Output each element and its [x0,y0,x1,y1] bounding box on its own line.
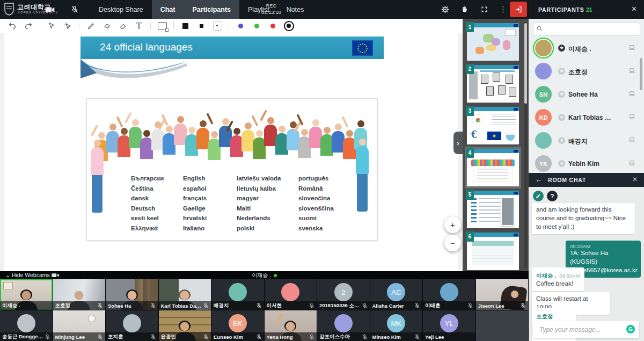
language-item: lietuvių kalba [237,184,281,194]
webcam-tile[interactable]: 윤종민 [159,310,211,341]
slide-thumbnail-6[interactable]: 6 [467,233,519,270]
participant-row[interactable]: YK ★ Yebin Kim [529,152,644,173]
language-item: Italiano [183,223,207,234]
panel-collapse-arrow[interactable]: › [453,132,463,154]
korea-university-logo-icon [4,3,14,16]
chat-close-icon[interactable]: ✕ [632,176,638,183]
whiteboard-canvas[interactable]: 24 official languages БългарскиČeštinada… [0,33,463,271]
settings-gear-icon[interactable] [438,0,452,19]
eraser-icon[interactable] [116,20,130,32]
color-black-selected[interactable] [282,20,296,32]
message-text: Coffee break! [536,280,580,288]
laptop-icon [628,91,635,97]
pen-icon[interactable] [84,20,98,32]
language-item: Nederlands [237,213,281,223]
webcam-participant-name: Yeji Lee [425,334,473,340]
chat-input-box[interactable]: G [533,321,639,338]
zoom-in-button[interactable]: + [444,216,461,233]
stroke-custom-icon[interactable] [210,20,224,32]
webcam-tile[interactable]: 이태훈 [423,279,475,310]
presenter-hand-icon[interactable] [457,0,471,19]
slide-thumbnail-4[interactable]: 4 [467,149,519,186]
webcam-avatar [17,314,35,332]
tab-participants[interactable]: Participants [184,0,239,19]
color-green-swatch[interactable] [250,20,264,32]
language-item: slovenščina [298,204,334,214]
webcam-tile[interactable]: Sohee Ha [106,279,158,310]
webcam-tile[interactable]: 이서현 [265,279,317,310]
stroke-large-icon[interactable] [178,20,192,32]
fullscreen-icon[interactable] [477,0,491,19]
webcam-tile[interactable]: 배경지 [211,279,264,310]
participant-row[interactable]: SH ★ Sohee Ha [529,83,644,106]
webcam-tile[interactable]: 강조이스수아 [317,310,370,341]
webcam-name-bar: 윤종민 [159,332,211,341]
chat-back-arrow-icon[interactable]: ← [535,176,542,184]
webcam-tile[interactable]: 조지훈 [106,310,158,341]
laser-pointer-icon[interactable] [61,20,75,32]
rec-time: 01:13:10 [261,9,281,16]
slide-thumbnail-2[interactable]: 2 [467,65,519,103]
webcam-name-bar: Minjung Lee [53,332,106,341]
webcam-tile[interactable]: Karl Tobias Dahl... [159,279,211,310]
webcam-tile[interactable]: YL Yeji Lee [423,310,475,341]
participant-search[interactable] [533,23,640,35]
webcam-strip: ⌄ Hide Webcams 이재승 . 이재승 . 조호정 Sohee Ha … [0,271,529,341]
chat-message-input[interactable] [538,324,621,335]
webcam-tile[interactable]: Minjung Lee [53,310,106,341]
participant-avatar [535,40,552,56]
webcam-participant-name: 송동근 Donggeu... [2,333,45,340]
slide-thumbnail-5[interactable]: 5 [467,191,519,228]
redo-icon[interactable] [21,20,35,32]
language-item: português [298,173,334,184]
webcam-participant-name: 강조이스수아 [319,333,362,340]
color-purple-swatch[interactable] [233,20,247,32]
language-item: français [183,193,207,204]
webcam-tile[interactable]: Yena Hong [265,310,317,341]
webcam-tile[interactable]: 이재승 . [0,279,53,310]
webcam-participant-name: Yena Hong [267,334,309,340]
webcam-tile[interactable]: MK Minseo Kim [370,310,423,341]
mic-muted-icon [309,303,314,309]
webcam-tile[interactable]: 2 2018150336 소자정 [317,279,370,310]
slide-thumbnail-3[interactable]: € 3 [467,107,519,144]
chat-help-icon[interactable]: ? [547,191,558,201]
leave-room-button[interactable] [510,2,527,17]
webcam-tile[interactable]: AC Alisha Carter [370,279,423,310]
participant-row[interactable]: KD ★ Karl Tobias Dahl... [529,106,644,129]
zoom-out-button[interactable]: − [444,235,461,251]
chat-compose-icon[interactable] [533,191,544,201]
color-red-swatch[interactable] [266,20,280,32]
undo-icon[interactable] [5,20,19,32]
participants-close-icon[interactable]: ✕ [631,5,637,13]
more-kebab-icon[interactable] [496,0,510,19]
shape-icon[interactable] [100,20,114,32]
cursor-icon[interactable] [45,20,58,32]
participant-row[interactable]: ★ 배경지 [529,129,644,152]
star-icon: ★ [558,91,565,98]
webcam-tile[interactable]: EK Eunseo Kim [211,310,264,341]
participant-row[interactable]: ★ 이재승 . [529,37,644,60]
rectangle-tool-icon[interactable] [155,20,169,32]
participant-avatar [535,132,552,149]
webcam-name-bar: 이재승 . [0,301,53,310]
search-input[interactable] [546,24,639,34]
thumbnails-scrollbar[interactable] [524,22,528,268]
webcam-tile[interactable]: 송동근 Donggeu... [0,310,53,341]
participant-row[interactable]: ★ 조호정 [529,60,644,83]
webcam-tile[interactable]: Jiseon Lee [476,279,529,310]
slide-thumbnail-1[interactable]: 1 [467,23,519,61]
webcam-name-bar: Alisha Carter [370,301,423,310]
stroke-small-icon[interactable] [194,20,208,32]
tab-notes[interactable]: Notes [278,0,313,19]
webcam-name-bar: 이태훈 [423,301,475,310]
tab-desktop-share[interactable]: Desktop Share [90,0,152,19]
mic-muted-icon[interactable] [68,0,82,19]
text-tool-icon[interactable]: T [132,20,146,32]
message-author: 조호정 [536,313,553,320]
webcam-avatar [440,283,458,301]
thumbnail-number: 2 [466,64,474,74]
tab-chat[interactable]: Chat [152,0,184,19]
webcam-tile[interactable]: 조호정 [53,279,106,310]
camera-icon[interactable] [43,0,57,19]
